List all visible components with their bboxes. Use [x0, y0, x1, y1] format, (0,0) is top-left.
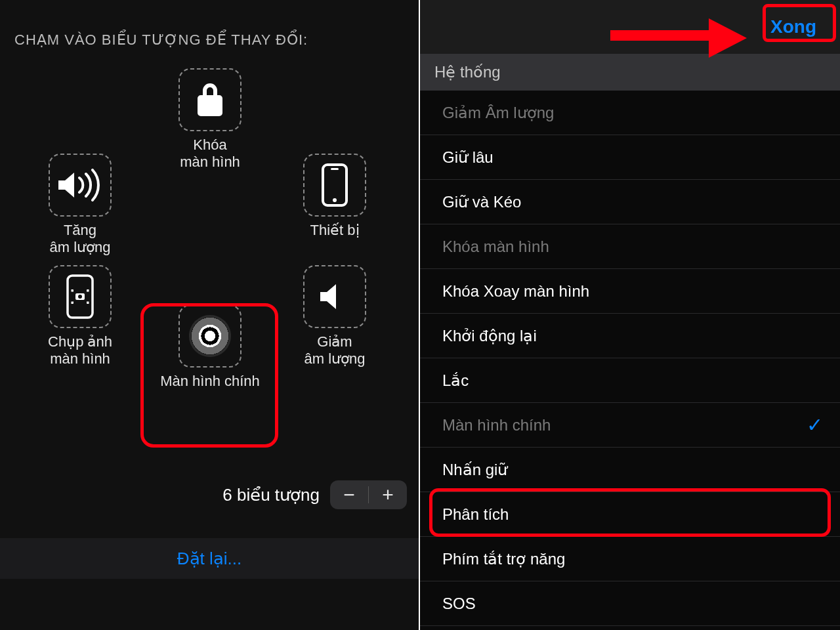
list-item[interactable]: Phím tắt trợ năng: [420, 537, 840, 581]
cell-label: Màn hình chính: [160, 373, 260, 390]
done-button[interactable]: Xong: [761, 12, 826, 41]
list-item[interactable]: Giảm Âm lượng: [420, 91, 840, 135]
reset-row: Đặt lại...: [0, 538, 419, 579]
list-item-label: Giữ và Kéo: [442, 193, 521, 211]
list-item[interactable]: SOS: [420, 581, 840, 626]
list-item[interactable]: Màn hình chính✓: [420, 403, 840, 448]
cell-device[interactable]: Thiết bị: [282, 154, 387, 239]
list-item[interactable]: Giữ và Kéo: [420, 180, 840, 224]
list-item-label: Khởi động lại: [442, 327, 537, 345]
cell-home[interactable]: Màn hình chính: [146, 304, 274, 390]
list-item-label: Lắc: [442, 371, 469, 390]
list-item[interactable]: Khóa Xoay màn hình: [420, 269, 840, 314]
list-item-label: Giữ lâu: [442, 148, 494, 167]
list-item[interactable]: Phân tích: [420, 492, 840, 537]
list-item[interactable]: Khởi động lại: [420, 314, 840, 358]
reset-button[interactable]: Đặt lại...: [177, 549, 242, 569]
nav-bar: Xong: [420, 0, 840, 54]
list-item-label: Khóa màn hình: [442, 238, 549, 256]
cell-label: Khóa màn hình: [180, 136, 240, 171]
svg-point-1: [333, 198, 337, 202]
cell-label: Chụp ảnh màn hình: [48, 333, 112, 368]
icon-count-stepper: − +: [330, 480, 407, 509]
device-icon: [303, 154, 366, 217]
cell-label: Thiết bị: [310, 222, 359, 239]
list-item-label: Phím tắt trợ năng: [442, 550, 565, 568]
cell-volume-down[interactable]: Giảm âm lượng: [282, 265, 387, 368]
action-list: Giảm Âm lượngGiữ lâuGiữ và KéoKhóa màn h…: [420, 91, 840, 626]
list-item-label: SOS: [442, 595, 476, 613]
icon-count-label: 6 biểu tượng: [222, 485, 320, 505]
list-item-label: Phân tích: [442, 505, 509, 524]
cell-volume-up[interactable]: Tăng âm lượng: [28, 154, 133, 256]
instruction-label: CHẠM VÀO BIỂU TƯỢNG ĐỂ THAY ĐỔI:: [0, 0, 419, 56]
stepper-minus[interactable]: −: [330, 480, 368, 509]
list-item[interactable]: Giữ lâu: [420, 135, 840, 180]
volume-up-icon: [49, 154, 112, 217]
action-picker-pane: Xong Hệ thống Giảm Âm lượngGiữ lâuGiữ và…: [420, 0, 840, 630]
home-icon: [178, 304, 242, 368]
cell-label: Tăng âm lượng: [49, 222, 110, 256]
list-item-label: Khóa Xoay màn hình: [442, 282, 589, 301]
list-item[interactable]: Lắc: [420, 358, 840, 403]
volume-down-icon: [303, 265, 366, 328]
cell-lock-screen[interactable]: Khóa màn hình: [158, 68, 262, 171]
screenshot-icon: [49, 265, 112, 328]
cell-screenshot[interactable]: Chụp ảnh màn hình: [28, 265, 133, 368]
list-item-label: Nhấn giữ: [442, 461, 507, 479]
list-item-label: Màn hình chính: [442, 416, 551, 434]
icon-grid: Khóa màn hình Tăng âm lượng Thiết bị: [0, 56, 420, 424]
cell-label: Giảm âm lượng: [304, 333, 365, 368]
list-item[interactable]: Nhấn giữ: [420, 448, 840, 492]
svg-rect-2: [331, 168, 339, 170]
list-item[interactable]: Khóa màn hình: [420, 224, 840, 269]
stepper-plus[interactable]: +: [369, 480, 407, 509]
list-item-label: Giảm Âm lượng: [442, 104, 554, 122]
lock-icon: [178, 68, 242, 131]
section-header: Hệ thống: [420, 54, 840, 91]
svg-point-5: [78, 295, 82, 299]
assistivetouch-customize-pane: CHẠM VÀO BIỂU TƯỢNG ĐỂ THAY ĐỔI: Khóa mà…: [0, 0, 420, 630]
icon-count-row: 6 biểu tượng − +: [0, 474, 419, 516]
checkmark-icon: ✓: [807, 413, 823, 436]
